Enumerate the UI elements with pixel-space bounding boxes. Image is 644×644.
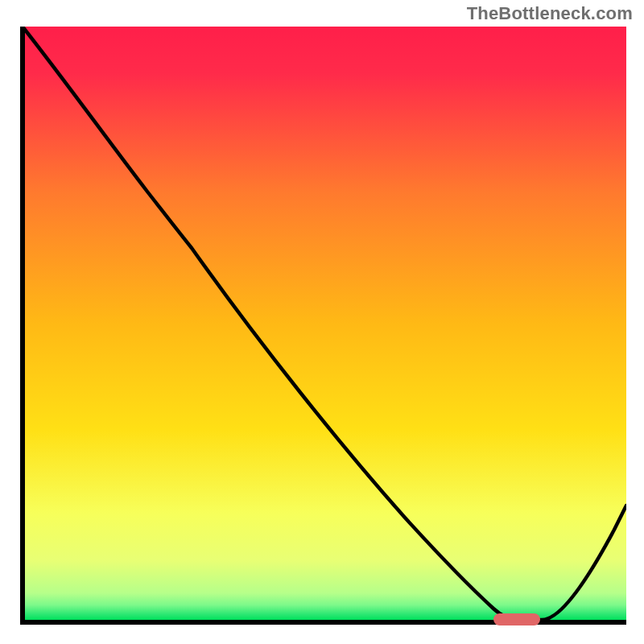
gradient-background: [23, 27, 626, 620]
chart-frame: TheBottleneck.com: [0, 0, 644, 644]
optimal-marker: [493, 613, 540, 625]
chart-svg: [19, 27, 626, 626]
watermark-text: TheBottleneck.com: [467, 3, 633, 24]
plot-area: [19, 27, 626, 626]
